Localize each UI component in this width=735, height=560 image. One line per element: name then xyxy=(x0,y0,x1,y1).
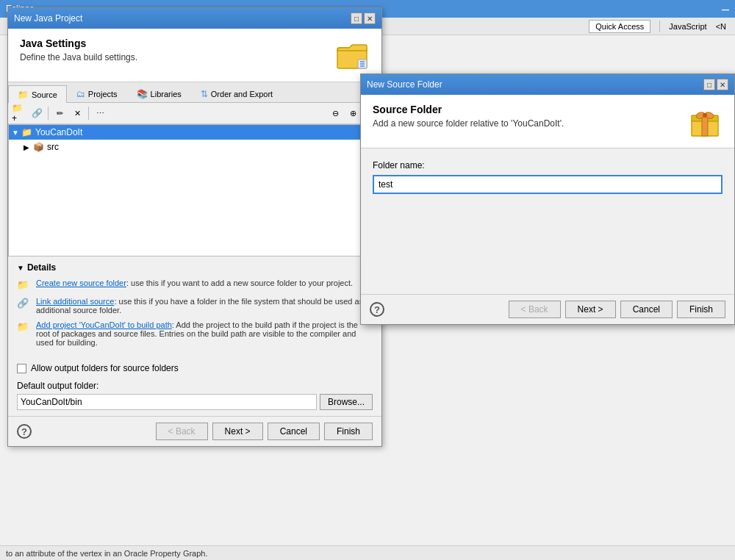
sf-dialog-header: Source Folder Add a new source folder re… xyxy=(361,95,734,148)
java-header-icon xyxy=(334,37,370,73)
sf-dialog-close-btn[interactable]: ✕ xyxy=(717,79,728,90)
tree-root-folder-icon: 📁 xyxy=(21,126,32,138)
toolbar-expand-btn[interactable]: ⊕ xyxy=(345,105,361,121)
menu-separator xyxy=(659,21,660,32)
tab-order-export[interactable]: ⇅ Order and Export xyxy=(191,85,282,102)
quick-access-button[interactable]: Quick Access xyxy=(589,20,650,33)
details-header[interactable]: ▼ Details xyxy=(17,262,373,273)
output-folder-section: Default output folder: Browse... xyxy=(8,378,381,416)
toolbar-edit-btn[interactable]: ✏ xyxy=(51,105,68,121)
details-label: Details xyxy=(27,262,56,273)
java-header-subtitle: Define the Java build settings. xyxy=(20,52,334,62)
tab-projects[interactable]: 🗂 Projects xyxy=(67,85,127,102)
source-tab-label: Source xyxy=(32,90,57,99)
edit-icon: ✏ xyxy=(57,109,63,118)
java-dialog-title-bar: New Java Project □ ✕ xyxy=(8,8,381,29)
allow-output-label: Allow output folders for source folders xyxy=(31,363,179,373)
toolbar-sep-1 xyxy=(48,107,49,120)
java-dialog-header: Java Settings Define the Java build sett… xyxy=(8,29,381,82)
sf-cancel-button[interactable]: Cancel xyxy=(620,301,673,318)
sf-finish-button[interactable]: Finish xyxy=(677,301,725,318)
add-project-build-path-link[interactable]: Add project 'YouCanDoIt' to build path xyxy=(36,320,172,329)
libraries-tab-icon: 📚 xyxy=(137,89,148,99)
allow-output-row: Allow output folders for source folders xyxy=(8,359,381,378)
java-next-button[interactable]: Next > xyxy=(212,423,263,440)
eclipse-status-bar: to an attribute of the vertex in an Orac… xyxy=(0,545,735,560)
order-tab-label: Order and Export xyxy=(211,90,273,98)
link-icon: 🔗 xyxy=(32,108,43,118)
java-dialog-minimize-btn[interactable]: □ xyxy=(351,12,362,24)
svg-point-10 xyxy=(703,113,707,118)
detail-item-1: 🔗 Link additional source: use this if yo… xyxy=(17,297,373,315)
detail-icon-2: 📁 xyxy=(17,321,32,333)
collapse-icon: ⊖ xyxy=(332,109,339,118)
java-tab-bar: 📁 Source 🗂 Projects 📚 Libraries ⇅ Order … xyxy=(8,82,381,103)
projects-tab-icon: 🗂 xyxy=(76,89,85,99)
allow-output-checkbox[interactable] xyxy=(17,364,26,373)
sf-help-button[interactable]: ? xyxy=(370,302,384,317)
java-help-button[interactable]: ? xyxy=(17,424,32,439)
java-back-button[interactable]: < Back xyxy=(156,423,208,440)
sf-dialog-body: Folder name: xyxy=(361,148,734,294)
browse-button[interactable]: Browse... xyxy=(320,394,373,410)
detail-text-1: Link additional source: use this if you … xyxy=(36,297,373,315)
output-folder-label: Default output folder: xyxy=(17,381,373,391)
detail-text-2: Add project 'YouCanDoIt' to build path: … xyxy=(36,320,373,347)
toolbar-sep-2 xyxy=(88,107,89,120)
toolbar-link-source-btn[interactable]: 🔗 xyxy=(29,105,45,121)
sf-gift-icon xyxy=(689,105,721,137)
sf-dialog-title: New Source Folder xyxy=(367,79,702,90)
java-dialog-close-btn[interactable]: ✕ xyxy=(364,12,376,24)
toolbar-add-folder-btn[interactable]: 📁+ xyxy=(11,105,27,121)
sf-header-subtitle: Add a new source folder relative to 'You… xyxy=(373,118,687,129)
java-project-dialog: New Java Project □ ✕ Java Settings Defin… xyxy=(7,7,382,447)
java-dialog-title: New Java Project xyxy=(14,13,349,24)
sf-dialog-bottom: ? < Back Next > Cancel Finish xyxy=(361,294,734,324)
toolbar-remove-btn[interactable]: ✕ xyxy=(69,105,85,121)
java-finish-button[interactable]: Finish xyxy=(324,423,373,440)
link-additional-source-link[interactable]: Link additional source xyxy=(36,297,114,306)
javascript-tab[interactable]: JavaScript xyxy=(663,21,712,32)
order-tab-icon: ⇅ xyxy=(201,89,208,99)
tree-src-icon: 📦 xyxy=(32,141,44,153)
remove-icon: ✕ xyxy=(74,109,81,118)
tab-source[interactable]: 📁 Source xyxy=(8,85,67,103)
more-tabs-btn[interactable]: <N xyxy=(713,21,729,32)
java-cancel-button[interactable]: Cancel xyxy=(268,423,320,440)
sf-header-icon xyxy=(687,104,723,139)
sf-header-text-area: Source Folder Add a new source folder re… xyxy=(373,104,687,129)
source-tree[interactable]: ▼ 📁 YouCanDoIt ▶ 📦 src xyxy=(8,124,381,256)
eclipse-status-text: to an attribute of the vertex in an Orac… xyxy=(6,549,208,558)
java-header-title: Java Settings xyxy=(20,37,334,49)
detail-item-0: 📁 Create new source folder: use this if … xyxy=(17,279,373,291)
add-folder-icon: 📁+ xyxy=(12,103,26,123)
detail-text-0-rest: : use this if you want to add a new sour… xyxy=(126,279,353,287)
tree-src-item[interactable]: ▶ 📦 src xyxy=(9,140,381,154)
java-toolbar: 📁+ 🔗 ✏ ✕ ⋯ ⊖ ⊕ ▼ xyxy=(8,103,381,124)
detail-text-0: Create new source folder: use this if yo… xyxy=(36,279,353,287)
source-folder-dialog: New Source Folder □ ✕ Source Folder Add … xyxy=(360,73,735,325)
output-folder-input[interactable] xyxy=(17,394,317,410)
sf-back-button[interactable]: < Back xyxy=(509,301,561,318)
projects-tab-label: Projects xyxy=(88,90,118,98)
java-header-text-area: Java Settings Define the Java build sett… xyxy=(20,37,334,62)
expand-icon: ⊕ xyxy=(350,109,356,118)
eclipse-minimize-btn[interactable]: – xyxy=(722,1,729,17)
java-folder-icon xyxy=(336,39,368,71)
details-section: ▼ Details 📁 Create new source folder: us… xyxy=(8,256,381,359)
sf-next-button[interactable]: Next > xyxy=(565,301,616,318)
tree-root-arrow: ▼ xyxy=(12,129,21,137)
tree-root-item[interactable]: ▼ 📁 YouCanDoIt xyxy=(9,125,381,140)
sf-folder-name-input[interactable] xyxy=(373,175,723,194)
detail-icon-1: 🔗 xyxy=(17,298,32,309)
output-folder-row: Browse... xyxy=(17,394,373,410)
sf-folder-name-label: Folder name: xyxy=(373,160,723,170)
tab-libraries[interactable]: 📚 Libraries xyxy=(127,85,191,102)
details-arrow-icon: ▼ xyxy=(17,264,24,272)
toolbar-more-btn[interactable]: ⋯ xyxy=(92,105,108,121)
sf-dialog-minimize-btn[interactable]: □ xyxy=(703,79,715,90)
more-icon: ⋯ xyxy=(96,109,104,118)
toolbar-collapse-btn[interactable]: ⊖ xyxy=(327,105,343,121)
create-source-folder-link[interactable]: Create new source folder xyxy=(36,279,126,287)
libraries-tab-label: Libraries xyxy=(151,90,182,98)
